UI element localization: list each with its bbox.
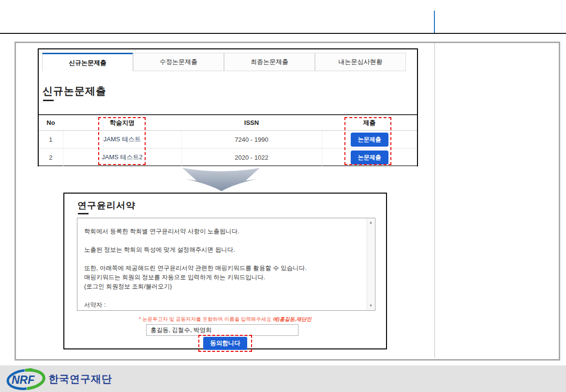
agree-button[interactable]: 동의합니다 (203, 337, 247, 350)
tab-my-review-status[interactable]: 내논문심사현황 (315, 53, 406, 71)
pledge-line: 서약자 : (84, 301, 363, 310)
section-title-ethics-pledge: 연구윤리서약 (77, 199, 135, 212)
col-header-journal: 학술지명 (63, 115, 181, 131)
top-horizontal-rule (0, 33, 566, 34)
cell-issn: 2020 - 1022 (181, 149, 322, 166)
scroll-down-icon[interactable]: ▼ (367, 302, 374, 309)
pledge-text: 학회에서 등록한 학회별 연구윤리서약 사항이 노출됩니다. 노출된 정보는 학… (84, 227, 363, 311)
right-column-divider (434, 43, 435, 358)
col-header-submit: 제출 (322, 115, 417, 131)
nrf-logo-icon: NRF (6, 368, 46, 391)
journal-table: No 학술지명 ISSN 제출 1 JAMS 테스트 7240 - 1990 논… (39, 114, 417, 166)
title-underline (78, 213, 89, 214)
journal-link[interactable]: JAMS 테스트2 (102, 153, 143, 161)
pledge-line: 노출된 정보는 학회의 특성에 맞게 설정해주시면 됩니다. (84, 245, 363, 255)
scroll-up-icon[interactable]: ▲ (367, 219, 374, 226)
table-header-row: No 학술지명 ISSN 제출 (39, 115, 417, 131)
cell-no: 1 (39, 131, 63, 149)
agree-button-row: 동의합니다 (64, 335, 386, 352)
top-blue-divider (434, 11, 435, 33)
note-text: * 논문투고자 및 공동저자를 포함하여 이름을 입력해주세요 (139, 316, 273, 322)
note-example: 예)홍길동,재단인 (273, 316, 312, 322)
down-arrow (181, 166, 261, 193)
annotation-box-agree-button: 동의합니다 (198, 335, 252, 352)
cell-no: 2 (39, 149, 63, 166)
cell-issn: 7240 - 1990 (181, 131, 322, 149)
pledge-text-box[interactable]: 학회에서 등록한 학회별 연구윤리서약 사항이 노출됩니다. 노출된 정보는 학… (77, 218, 375, 311)
tab-revised-submission[interactable]: 수정논문제출 (133, 53, 224, 71)
tab-bar: 신규논문제출 수정논문제출 최종논문제출 내논문심사현황 (42, 53, 406, 71)
authors-input-note: * 논문투고자 및 공동저자를 포함하여 이름을 입력해주세요 예)홍길동,재단… (64, 316, 386, 323)
tab-new-submission[interactable]: 신규논문제출 (42, 53, 133, 71)
footer: NRF 한국연구재단 (0, 365, 566, 392)
authors-input[interactable] (146, 324, 298, 336)
pledge-line: (로그인 회원정보 조회/불러오기) (84, 282, 363, 291)
nrf-logo-text: NRF (12, 374, 35, 386)
tab-final-submission[interactable]: 최종논문제출 (224, 53, 315, 71)
pledge-line: 또한, 아래쪽에 제공해드린 연구윤리서약 관련한 매핑키워드를 활용할 수 있… (84, 264, 363, 273)
col-header-issn: ISSN (181, 115, 322, 131)
table-row: 1 JAMS 테스트 7240 - 1990 논문제출 (39, 131, 417, 149)
submission-list-panel: 신규논문제출 수정논문제출 최종논문제출 내논문심사현황 신규논문제출 No 학… (38, 48, 418, 166)
table-row: 2 JAMS 테스트2 2020 - 1022 논문제출 (39, 149, 417, 166)
organization-name: 한국연구재단 (48, 372, 112, 386)
pledge-line: 서약일 : (84, 310, 363, 311)
submit-paper-button[interactable]: 논문제출 (351, 133, 388, 147)
pledge-line (84, 255, 363, 264)
pledge-line (84, 236, 363, 245)
pledge-line (84, 291, 363, 301)
journal-link[interactable]: JAMS 테스트 (104, 136, 141, 143)
pledge-line: 매핑키워드는 회원의 정보를 자동으로 입력하게 하는 키워드입니다. (84, 273, 363, 282)
submit-paper-button[interactable]: 논문제출 (351, 151, 388, 165)
title-underline (43, 100, 54, 101)
col-header-no: No (39, 115, 63, 131)
pledge-line: 학회에서 등록한 학회별 연구윤리서약 사항이 노출됩니다. (84, 227, 363, 236)
scrollbar[interactable]: ▲ ▼ (367, 219, 374, 310)
section-title-new-submission: 신규논문제출 (43, 84, 106, 98)
ethics-pledge-panel: 연구윤리서약 학회에서 등록한 학회별 연구윤리서약 사항이 노출됩니다. 노출… (63, 193, 387, 349)
page: 신규논문제출 수정논문제출 최종논문제출 내논문심사현황 신규논문제출 No 학… (0, 0, 566, 392)
